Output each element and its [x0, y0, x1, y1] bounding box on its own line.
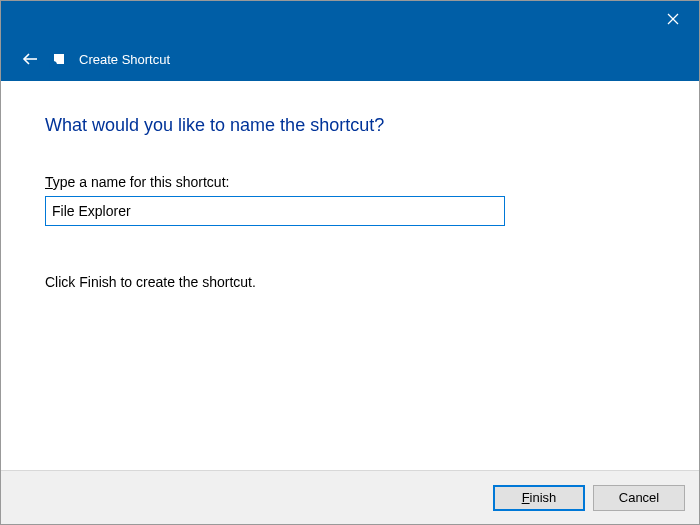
instruction-text: Click Finish to create the shortcut.	[45, 274, 655, 290]
wizard-header: Create Shortcut	[1, 37, 699, 81]
name-label: Type a name for this shortcut:	[45, 174, 655, 190]
wizard-footer: Finish Cancel	[1, 470, 699, 524]
back-icon[interactable]	[17, 46, 43, 72]
wizard-title: Create Shortcut	[79, 52, 170, 67]
finish-button-rest: inish	[530, 490, 557, 505]
cancel-button[interactable]: Cancel	[593, 485, 685, 511]
titlebar	[1, 1, 699, 37]
shortcut-name-input[interactable]	[45, 196, 505, 226]
finish-button[interactable]: Finish	[493, 485, 585, 511]
close-icon[interactable]	[653, 4, 693, 34]
shortcut-icon	[51, 51, 67, 67]
wizard-content: What would you like to name the shortcut…	[1, 81, 699, 470]
page-heading: What would you like to name the shortcut…	[45, 115, 655, 136]
